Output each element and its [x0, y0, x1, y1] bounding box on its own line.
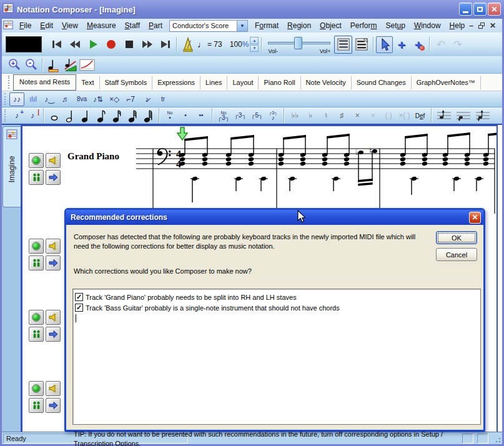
- track-staff-button[interactable]: [29, 170, 44, 185]
- track-advance-button[interactable]: [46, 327, 61, 342]
- no-tuplet-button[interactable]: No┌3┐: [215, 109, 232, 122]
- eighth-note-button[interactable]: [94, 109, 109, 122]
- graph-tool-button[interactable]: [79, 56, 96, 73]
- chevron-down-icon[interactable]: ▼: [237, 21, 247, 31]
- parentheses-button[interactable]: ( ): [381, 109, 396, 122]
- track-advance-button[interactable]: [46, 398, 61, 413]
- note-to-lower-staff-button[interactable]: [454, 109, 473, 122]
- volume-slider[interactable]: Vol- Vol+: [267, 34, 332, 54]
- quintuplet-button[interactable]: ┌5┐: [249, 109, 265, 122]
- menu-measure[interactable]: Measure: [82, 20, 121, 31]
- track-advance-button[interactable]: [46, 170, 61, 185]
- close-button[interactable]: ✕: [488, 2, 501, 16]
- track-advance-button[interactable]: [46, 255, 61, 270]
- natural-button[interactable]: ♮: [319, 109, 334, 122]
- menu-staff[interactable]: Staff: [121, 20, 144, 31]
- tab-sound-changes[interactable]: Sound Changes: [352, 76, 412, 89]
- double-dot-button[interactable]: ••: [194, 109, 209, 122]
- record-button[interactable]: [102, 36, 119, 53]
- velocity-bars-button[interactable]: ılıl: [26, 92, 41, 106]
- tab-note-velocity[interactable]: Note Velocity: [301, 76, 352, 89]
- default-accidental-button[interactable]: Def: [413, 109, 428, 122]
- track-record-indicator[interactable]: [29, 153, 44, 168]
- dialog-title-bar[interactable]: Recommended corrections ✕: [66, 210, 483, 225]
- menu-file[interactable]: File: [15, 20, 36, 31]
- track-record-indicator[interactable]: [29, 239, 44, 254]
- go-to-end-button[interactable]: [157, 36, 174, 53]
- tab-piano-roll[interactable]: Piano Roll: [259, 76, 300, 89]
- track-staff-button[interactable]: [29, 398, 44, 413]
- insert-rest-button[interactable]: ♪|: [25, 109, 40, 122]
- note-between-staves-button[interactable]: [473, 109, 492, 122]
- half-note-button[interactable]: [62, 109, 77, 122]
- whole-note-button[interactable]: [47, 109, 62, 122]
- resize-grip[interactable]: [493, 435, 501, 443]
- mdi-restore-button[interactable]: [478, 22, 485, 29]
- menu-format[interactable]: Format: [250, 20, 283, 31]
- track-staff-button[interactable]: [29, 255, 44, 270]
- note-velocity-tool-button[interactable]: [62, 56, 79, 73]
- stop-button[interactable]: [121, 36, 137, 53]
- double-flat-button[interactable]: ♭♭: [287, 109, 302, 122]
- dialog-close-button[interactable]: ✕: [469, 212, 481, 224]
- no-dot-button[interactable]: No•: [162, 109, 177, 122]
- sixteenth-note-button[interactable]: [109, 109, 124, 122]
- play-button[interactable]: [84, 36, 101, 53]
- mdi-close-button[interactable]: ✕: [490, 21, 496, 30]
- remove-parentheses-button[interactable]: ×( ): [397, 109, 412, 122]
- cancel-button[interactable]: Cancel: [436, 248, 477, 261]
- tab-staff-symbols[interactable]: Staff Symbols: [100, 76, 153, 89]
- corrections-listbox[interactable]: ✓Track 'Grand Piano' probably needs to b…: [72, 289, 481, 425]
- rest-button[interactable]: ⌐7: [123, 92, 138, 106]
- menu-view[interactable]: View: [57, 20, 82, 31]
- redo-button[interactable]: ↷: [449, 36, 466, 53]
- track-staff-button[interactable]: [29, 327, 44, 342]
- undo-button[interactable]: ↶: [432, 36, 449, 53]
- menu-perform[interactable]: Perform: [346, 20, 382, 31]
- sixty-fourth-note-button[interactable]: [141, 109, 156, 122]
- menu-part[interactable]: Part: [144, 20, 167, 31]
- volume-thumb[interactable]: [294, 37, 302, 49]
- dot-button[interactable]: •: [178, 109, 193, 122]
- menu-window[interactable]: Window: [410, 20, 445, 31]
- quarter-note-button[interactable]: [78, 109, 93, 122]
- flat-button[interactable]: ♭: [303, 109, 318, 122]
- note-pair-button[interactable]: ♪♪: [9, 92, 24, 106]
- menu-object[interactable]: Object: [315, 20, 346, 31]
- select-tool-button[interactable]: [376, 36, 393, 53]
- track-record-indicator[interactable]: [29, 310, 44, 325]
- track-listen-button[interactable]: [46, 153, 61, 168]
- correction-item[interactable]: ✓Track 'Bass Guitar' probably is a singl…: [75, 302, 478, 313]
- menu-setup[interactable]: Setup: [381, 20, 409, 31]
- track-listen-button[interactable]: [46, 310, 61, 325]
- note-duration-tool-button[interactable]: [45, 56, 62, 73]
- beamed-notes-button[interactable]: ♬: [58, 92, 73, 106]
- menu-edit[interactable]: Edit: [36, 20, 57, 31]
- mdi-minimize-button[interactable]: –: [469, 21, 473, 30]
- zoom-in-button[interactable]: +: [6, 56, 22, 73]
- tuplet-note-button[interactable]: ┌3┐♪: [265, 109, 280, 122]
- add-note-tool-button[interactable]: +: [393, 36, 410, 53]
- rewind-button[interactable]: [66, 36, 83, 53]
- window-view-button[interactable]: [352, 36, 370, 54]
- tie-button[interactable]: ♪‿: [42, 92, 57, 106]
- track-listen-button[interactable]: [46, 381, 61, 396]
- page-view-button[interactable]: [334, 36, 352, 54]
- tab-layout[interactable]: Layout: [227, 76, 259, 89]
- metronome-button[interactable]: [179, 36, 196, 53]
- checkbox-icon[interactable]: ✓: [75, 304, 83, 312]
- correction-item[interactable]: ✓Track 'Grand Piano' probably needs to b…: [75, 292, 478, 302]
- zoom-spinner[interactable]: ▲▼: [250, 37, 259, 52]
- remove-accidental-button[interactable]: ×: [365, 109, 380, 122]
- triplet-button[interactable]: ┌3┐: [232, 109, 249, 122]
- trill-button[interactable]: tr: [156, 92, 170, 106]
- ok-button[interactable]: OK: [436, 231, 477, 244]
- tab-expressions[interactable]: Expressions: [152, 76, 200, 89]
- maximize-button[interactable]: [473, 2, 487, 16]
- grace-note-button[interactable]: ♪̷: [139, 92, 154, 106]
- insert-note-button[interactable]: ♪+: [9, 109, 24, 122]
- tab-lines[interactable]: Lines: [200, 76, 227, 89]
- tab-notes-and-rests[interactable]: Notes and Rests: [13, 74, 76, 91]
- part-selector[interactable]: Conductor's Score ▼: [169, 20, 248, 32]
- note-to-upper-staff-button[interactable]: [435, 109, 453, 122]
